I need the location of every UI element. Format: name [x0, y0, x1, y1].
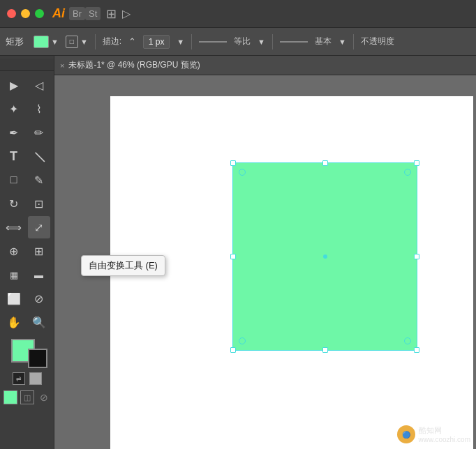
- stroke-line-preview: [199, 41, 227, 43]
- basic-label: 基本: [315, 36, 332, 47]
- close-button[interactable]: [7, 9, 16, 18]
- share-icon[interactable]: ▷: [122, 7, 131, 20]
- type-tool[interactable]: T: [3, 145, 25, 167]
- stroke-picker[interactable]: □ ▼: [66, 36, 88, 48]
- handle-bot-center[interactable]: [322, 347, 328, 353]
- pencil-tool[interactable]: ✎: [28, 169, 50, 191]
- traffic-lights: [7, 9, 44, 18]
- gradient-mode-icon[interactable]: ◫: [20, 390, 34, 404]
- zoom-tool[interactable]: 🔍: [28, 311, 50, 333]
- transform-tool[interactable]: ⊡: [28, 192, 50, 215]
- titlebar: Ai Br St ⊞ ▷: [0, 0, 476, 28]
- eyedropper-tool[interactable]: ⊘: [28, 287, 50, 310]
- line-tool[interactable]: |: [23, 140, 54, 172]
- sidebar-top-bar: [0, 59, 54, 71]
- handle-bot-right[interactable]: [414, 347, 419, 353]
- watermark: 🔵 酷知网 www.coozhi.com: [397, 425, 470, 443]
- lasso-tool[interactable]: ⌇: [28, 98, 50, 120]
- rotate-tool[interactable]: ↻: [3, 192, 25, 215]
- handle-mid-left[interactable]: [230, 254, 236, 259]
- reflect-tool[interactable]: ⟺: [3, 216, 25, 238]
- stock-icon[interactable]: St: [85, 7, 101, 20]
- tab-title: 未标题-1* @ 46% (RGB/GPU 预览): [68, 59, 200, 71]
- watermark-site: 酷知网: [419, 425, 470, 436]
- watermark-logo: 🔵: [397, 425, 415, 443]
- graph-column-tool[interactable]: ▦: [3, 264, 25, 286]
- hand-tool[interactable]: ✋: [3, 311, 25, 333]
- fill-picker[interactable]: ▼: [34, 36, 59, 48]
- swap-colors-icon[interactable]: ⇌: [13, 372, 25, 385]
- stroke-icon: □: [66, 36, 78, 48]
- sep1: [95, 34, 96, 50]
- stroke-up-icon[interactable]: ⌃: [128, 36, 136, 47]
- stroke-width-input[interactable]: [143, 35, 170, 49]
- selected-rectangle[interactable]: [232, 162, 417, 351]
- corner-handle-bl[interactable]: [239, 337, 246, 344]
- color-swatch-stack: [11, 339, 47, 368]
- free-transform-tool[interactable]: ⤢: [28, 216, 50, 238]
- canvas-content[interactable]: 自由变换工具 (E) 🔵 酷知网 www.coozhi.com: [54, 75, 476, 449]
- illustrator-icon: Ai: [52, 6, 65, 21]
- corner-handle-br[interactable]: [404, 337, 411, 344]
- handle-mid-right[interactable]: [414, 254, 419, 259]
- color-mode-icon[interactable]: [3, 390, 17, 404]
- tab-bar: × 未标题-1* @ 46% (RGB/GPU 预览): [54, 56, 476, 75]
- sep4: [353, 34, 354, 50]
- equal-dd-icon[interactable]: ▼: [258, 38, 265, 46]
- handle-bot-left[interactable]: [230, 347, 236, 353]
- center-dot: [323, 254, 327, 259]
- fill-color-swatch[interactable]: [34, 36, 49, 48]
- handle-top-right[interactable]: [414, 160, 419, 166]
- handle-top-left[interactable]: [230, 160, 236, 166]
- toolbar: 矩形 ▼ □ ▼ 描边: ⌃ ▼ 等比 ▼ 基本 ▼ 不透明度: [0, 28, 476, 56]
- shape-label: 矩形: [6, 36, 27, 48]
- stroke-line-preview2: [280, 41, 308, 43]
- handle-top-center[interactable]: [322, 160, 328, 166]
- direct-selection-tool[interactable]: ◁: [28, 74, 50, 96]
- bridge-icon[interactable]: Br: [69, 7, 85, 20]
- main-layout: ▶ ◁ ✦ ⌇ ✒ ✏ T | □ ✎ ↻ ⊡ ⟺ ⤢ ⊕ ⊞ ▦ ▬: [0, 56, 476, 449]
- puppet-warp-tool[interactable]: ⊕: [3, 240, 25, 262]
- sidebar: ▶ ◁ ✦ ⌇ ✒ ✏ T | □ ✎ ↻ ⊡ ⟺ ⤢ ⊕ ⊞ ▦ ▬: [0, 56, 54, 449]
- canvas-area: × 未标题-1* @ 46% (RGB/GPU 预览): [54, 56, 476, 449]
- shape-builder-tool[interactable]: ⊞: [28, 240, 50, 262]
- gradient-mesh-tool[interactable]: ⬜: [3, 287, 25, 310]
- stroke-dd-icon[interactable]: ▼: [177, 38, 184, 46]
- equal-ratio-label: 等比: [234, 36, 251, 47]
- sep3: [272, 34, 273, 50]
- basic-dd-icon[interactable]: ▼: [339, 38, 346, 46]
- rectangle-tool[interactable]: □: [3, 169, 25, 191]
- corner-handle-tl[interactable]: [239, 169, 246, 176]
- bar-chart-tool[interactable]: ▬: [28, 264, 50, 286]
- tooltip: 自由变换工具 (E): [81, 255, 165, 276]
- sep2: [191, 34, 192, 50]
- opacity-label: 不透明度: [361, 36, 394, 47]
- tool-grid: ▶ ◁ ✦ ⌇ ✒ ✏ T | □ ✎ ↻ ⊡ ⟺ ⤢ ⊕ ⊞ ▦ ▬: [0, 71, 54, 336]
- none-mode-icon[interactable]: ⊘: [37, 390, 51, 404]
- stroke-label: 描边:: [103, 36, 121, 47]
- grid-icon[interactable]: ⊞: [106, 6, 117, 22]
- minimize-button[interactable]: [21, 9, 30, 18]
- watermark-url: www.coozhi.com: [419, 436, 470, 443]
- maximize-button[interactable]: [35, 9, 44, 18]
- selection-tool[interactable]: ▶: [3, 74, 25, 96]
- tooltip-text: 自由变换工具 (E): [89, 260, 158, 271]
- tab-close-button[interactable]: ×: [60, 61, 64, 70]
- magic-wand-tool[interactable]: ✦: [3, 98, 25, 120]
- corner-handle-tr[interactable]: [404, 169, 411, 176]
- background-color[interactable]: [28, 349, 47, 368]
- default-colors-icon[interactable]: [29, 372, 42, 385]
- pen-tool[interactable]: ✒: [3, 121, 25, 144]
